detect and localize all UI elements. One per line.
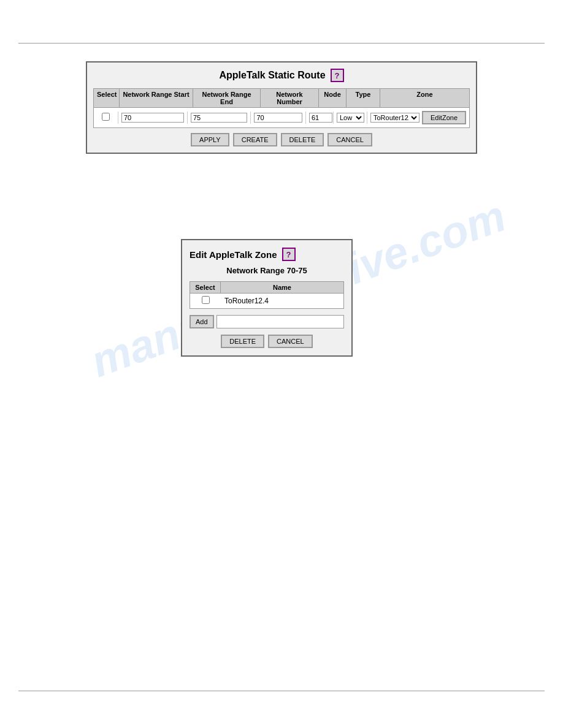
zone-row-select-checkbox[interactable] [202, 296, 210, 304]
edit-zone-title-bar: Edit AppleTalk Zone ? [190, 248, 344, 261]
type-select[interactable]: Low High [337, 113, 364, 123]
static-route-button-row: APPLY CREATE DELETE CANCEL [93, 133, 470, 146]
static-route-title-bar: AppleTalk Static Route ? [93, 69, 470, 82]
table-row: Low High ToRouter12.4 EditZone [94, 108, 469, 127]
edit-zone-panel: Edit AppleTalk Zone ? Network Range 70-7… [181, 239, 353, 357]
row-zone-cell: ToRouter12.4 EditZone [367, 110, 469, 126]
apply-button[interactable]: APPLY [191, 133, 229, 146]
row-node-cell [306, 112, 334, 124]
static-route-table: Select Network Range Start Network Range… [93, 88, 470, 128]
zone-table: Select Name ToRouter12.4 [190, 281, 344, 309]
col-header-select: Select [94, 89, 120, 107]
zone-table-row: ToRouter12.4 [190, 294, 343, 308]
zone-cancel-button[interactable]: CANCEL [268, 335, 313, 348]
add-zone-row: Add [190, 314, 344, 330]
col-header-type: Type [347, 89, 380, 107]
col-header-net-start: Network Range Start [120, 89, 193, 107]
cancel-button[interactable]: CANCEL [327, 133, 372, 146]
row-net-end-cell [188, 112, 251, 124]
zone-row-name-cell: ToRouter12.4 [221, 295, 343, 306]
add-button[interactable]: Add [190, 315, 214, 328]
zone-row-select-cell [190, 295, 221, 307]
net-num-input[interactable] [254, 113, 302, 123]
delete-button[interactable]: DELETE [281, 133, 324, 146]
add-zone-input[interactable] [216, 315, 344, 328]
static-route-title: AppleTalk Static Route [219, 70, 325, 81]
col-header-net-end: Network Range End [193, 89, 261, 107]
top-divider [18, 43, 545, 44]
edit-zone-help-icon[interactable]: ? [282, 248, 296, 261]
zone-select[interactable]: ToRouter12.4 [370, 113, 419, 123]
row-net-num-cell [251, 112, 306, 124]
edit-zone-title: Edit AppleTalk Zone [190, 249, 277, 260]
col-header-node: Node [319, 89, 347, 107]
row-select-cell [94, 112, 118, 124]
zone-delete-button[interactable]: DELETE [221, 335, 264, 348]
net-start-input[interactable] [121, 113, 184, 123]
network-range-label: Network Range 70-75 [190, 266, 344, 275]
edit-zone-button[interactable]: EditZone [422, 111, 466, 124]
create-button[interactable]: CREATE [233, 133, 277, 146]
static-route-panel: AppleTalk Static Route ? Select Network … [86, 61, 477, 154]
bottom-divider [18, 691, 545, 691]
row-net-start-cell [118, 112, 188, 124]
node-input[interactable] [309, 113, 332, 123]
col-header-net-num: Network Number [261, 89, 319, 107]
col-header-zone: Zone [380, 89, 469, 107]
zone-col-header-name: Name [221, 282, 343, 293]
zone-table-header: Select Name [190, 282, 343, 294]
net-end-input[interactable] [191, 113, 248, 123]
static-route-help-icon[interactable]: ? [331, 69, 344, 82]
row-type-cell: Low High [334, 112, 367, 124]
edit-zone-button-row: DELETE CANCEL [190, 335, 344, 348]
row-select-checkbox[interactable] [102, 113, 110, 121]
static-route-table-header: Select Network Range Start Network Range… [94, 89, 469, 108]
zone-col-header-select: Select [190, 282, 221, 293]
